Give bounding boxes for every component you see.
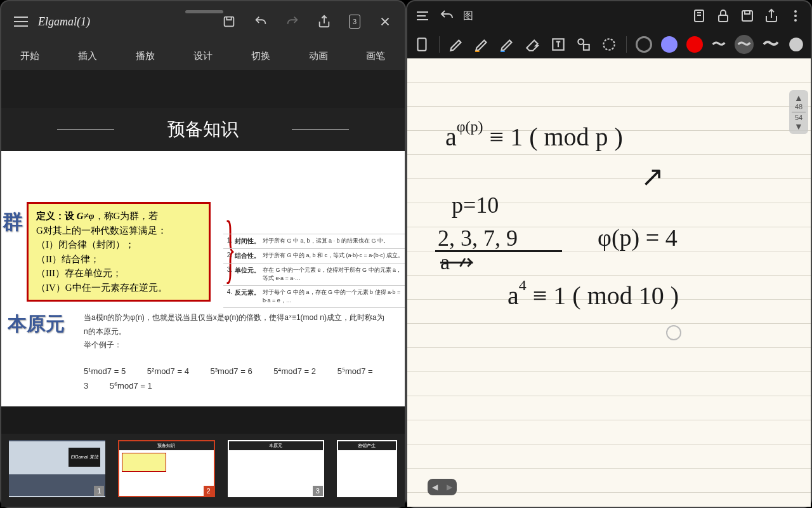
handwriting-eq5: a4 ≡ 1 ( mod 10 ): [508, 281, 679, 311]
svg-rect-2: [719, 15, 728, 22]
color-ring-gray[interactable]: [636, 36, 652, 53]
thumbnail-4[interactable]: 密钥产生: [337, 440, 397, 497]
share-icon[interactable]: [317, 15, 331, 29]
pen-icon[interactable]: [449, 36, 465, 53]
nav-pill[interactable]: ◀ ▶: [428, 479, 457, 495]
lasso-icon[interactable]: [601, 36, 617, 53]
tab-design[interactable]: 设计: [193, 50, 213, 62]
undo-icon[interactable]: [439, 8, 454, 23]
more-icon[interactable]: [788, 8, 803, 23]
close-icon[interactable]: [378, 15, 392, 29]
tab-transition[interactable]: 切换: [251, 50, 270, 62]
svg-rect-7: [418, 38, 426, 51]
highlighter-icon[interactable]: [474, 36, 490, 53]
cursor-indicator: [666, 325, 681, 340]
eraser-icon[interactable]: [525, 36, 541, 53]
thumbnail-2[interactable]: 预备知识 2: [118, 440, 214, 497]
color-blue[interactable]: [661, 36, 678, 53]
handwriting-p10: p=10: [452, 192, 499, 218]
page-indicator-icon[interactable]: 3: [349, 15, 360, 29]
scroll-total: 54: [789, 114, 808, 121]
menu-icon[interactable]: [415, 8, 430, 23]
ribbon-tabs: 开始 插入 播放 设计 切换 动画 画笔: [1, 42, 405, 70]
svg-point-11: [603, 39, 614, 50]
slide-area[interactable]: 预备知识 群 本原元 定义：设 G≠φ，称G为群，若 G对其上的一种代数运算满足…: [1, 70, 405, 434]
group-label: 群: [3, 208, 23, 236]
svg-point-5: [794, 15, 797, 17]
save-icon[interactable]: [740, 8, 755, 23]
presentation-app: Elgamal(1) 3 开始 插入 播放 设计 切换 动画 画笔 预备知识 群…: [0, 0, 406, 508]
undo-icon[interactable]: [254, 15, 268, 29]
top-actions: 3: [222, 15, 392, 29]
properties-table: 1.封闭性。对于所有 G 中 a, b，运算 a · b 的结果也在 G 中。 …: [223, 234, 405, 308]
definition-box: 定义：设 G≠φ，称G为群，若 G对其上的一种代数运算满足： （I）闭合律（封闭…: [27, 202, 211, 302]
tab-insert[interactable]: 插入: [78, 50, 97, 62]
tab-start[interactable]: 开始: [20, 50, 39, 62]
drawing-toolbar: 〜 〜 〜: [407, 30, 811, 58]
scroll-down-icon[interactable]: ▼: [789, 121, 808, 131]
tab-play[interactable]: 播放: [136, 50, 155, 62]
layers-icon[interactable]: [691, 8, 707, 23]
save-icon[interactable]: [222, 15, 236, 29]
right-titlebar: 图: [407, 1, 811, 30]
handwriting-arrow: ↗: [641, 160, 664, 193]
left-titlebar: Elgamal(1) 3: [1, 1, 405, 42]
lock-icon[interactable]: [716, 8, 731, 23]
slide-canvas: 预备知识 群 本原元 定义：设 G≠φ，称G为群，若 G对其上的一种代数运算满足…: [1, 108, 405, 406]
svg-rect-3: [742, 11, 752, 21]
drag-handle[interactable]: [185, 10, 223, 13]
note-title: 图: [463, 10, 473, 23]
svg-rect-10: [584, 44, 589, 50]
page-icon[interactable]: [414, 36, 430, 53]
pencil-icon[interactable]: [499, 36, 516, 53]
color-red[interactable]: [686, 36, 703, 53]
primitive-root-label: 本原元: [8, 311, 65, 337]
stroke-thin[interactable]: 〜: [712, 35, 726, 54]
thumbnail-3[interactable]: 本原元 3: [228, 440, 324, 497]
shapes-icon[interactable]: [575, 36, 592, 53]
add-icon[interactable]: [788, 36, 804, 53]
stroke-medium[interactable]: 〜: [735, 35, 754, 54]
nav-next-icon[interactable]: ▶: [442, 479, 457, 495]
slide-title: 预备知识: [167, 117, 239, 142]
handwriting-nums: 2, 3, 7, 9: [438, 225, 518, 251]
export-icon[interactable]: [764, 8, 779, 23]
svg-point-6: [794, 19, 797, 22]
svg-point-4: [794, 10, 797, 13]
handwriting-phi4: φ(p) = 4: [598, 224, 678, 251]
primitive-root-text: 当a模n的阶为φ(n)，也就是说当且仅当x是φ(n)的倍数，使得aˣ≡1(mod…: [84, 311, 386, 394]
svg-point-9: [578, 39, 584, 44]
slide-title-banner: 预备知识: [1, 108, 405, 151]
text-icon[interactable]: [550, 36, 566, 53]
svg-point-12: [789, 37, 803, 51]
scroll-current: 48: [789, 103, 808, 110]
note-canvas[interactable]: aφ(p) ≡ 1 ( mod p ) ↗ p=10 2, 3, 7, 9 a …: [407, 58, 811, 507]
scroll-indicator[interactable]: ▲ 48 54 ▼: [789, 90, 808, 134]
thumbnail-strip[interactable]: ElGamal 算法 1 预备知识 2 本原元 3 密钥产生: [1, 434, 405, 507]
svg-rect-0: [225, 17, 234, 27]
handwriting-a-crossed: a ↛: [440, 249, 473, 274]
scroll-up-icon[interactable]: ▲: [789, 93, 808, 103]
document-title: Elgamal(1): [38, 15, 222, 29]
handwriting-eq1: aφ(p) ≡ 1 ( mod p ): [445, 122, 623, 152]
notes-app: 图 〜 〜 〜 aφ(p) ≡ 1 ( mod p ) ↗ p=10 2, 3,…: [406, 0, 812, 508]
thumbnail-1[interactable]: ElGamal 算法 1: [9, 440, 105, 497]
nav-prev-icon[interactable]: ◀: [428, 479, 442, 495]
tab-animation[interactable]: 动画: [309, 50, 328, 62]
menu-icon[interactable]: [14, 17, 28, 27]
stroke-thick[interactable]: 〜: [763, 33, 779, 55]
tab-pen[interactable]: 画笔: [366, 50, 385, 62]
redo-icon[interactable]: [285, 15, 299, 29]
